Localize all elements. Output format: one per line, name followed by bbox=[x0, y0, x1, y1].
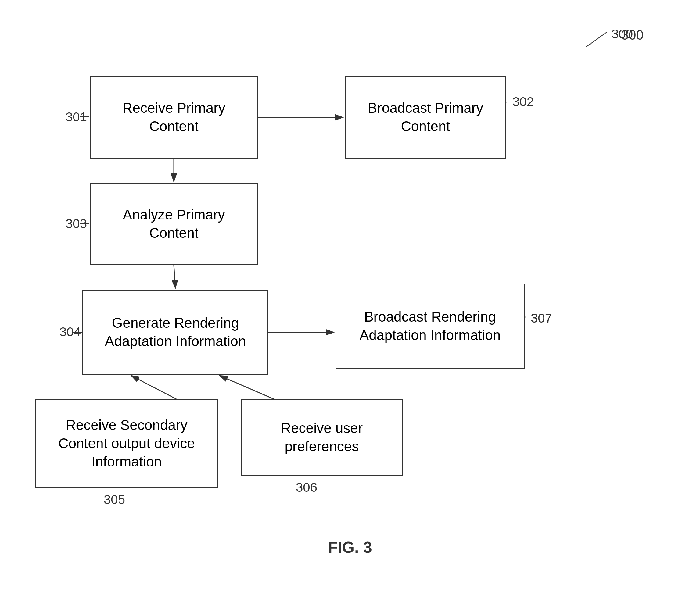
ref-306: 306 bbox=[296, 480, 317, 495]
box-receive-secondary-content: Receive Secondary Content output device … bbox=[35, 399, 218, 488]
box-broadcast-rendering-adaptation-label: Broadcast Rendering Adaptation Informati… bbox=[343, 308, 518, 344]
ref-302: 302 bbox=[512, 95, 534, 109]
box-analyze-primary-content: Analyze Primary Content bbox=[90, 183, 258, 265]
ref-305: 305 bbox=[104, 492, 125, 507]
box-analyze-primary-content-label: Analyze Primary Content bbox=[97, 206, 251, 242]
box-broadcast-primary-content: Broadcast Primary Content bbox=[345, 76, 506, 158]
box-receive-primary-content-label: Receive Primary Content bbox=[97, 99, 251, 136]
diagram-container: 300 Receive Primary Content 301 Broa bbox=[0, 0, 700, 596]
box-receive-user-preferences-label: Receive user preferences bbox=[248, 419, 396, 456]
arrow-305-304 bbox=[131, 375, 177, 399]
figure-label: FIG. 3 bbox=[0, 538, 700, 556]
ref-304: 304 bbox=[59, 325, 81, 339]
ref-301: 301 bbox=[66, 110, 87, 124]
box-receive-primary-content: Receive Primary Content bbox=[90, 76, 258, 158]
box-broadcast-rendering-adaptation: Broadcast Rendering Adaptation Informati… bbox=[335, 284, 525, 369]
box-generate-rendering-adaptation: Generate Rendering Adaptation Informatio… bbox=[82, 290, 268, 375]
box-broadcast-primary-content-label: Broadcast Primary Content bbox=[352, 99, 499, 136]
ref-303: 303 bbox=[66, 216, 87, 231]
box-receive-secondary-content-label: Receive Secondary Content output device … bbox=[42, 416, 211, 471]
ref-300-label: 300 bbox=[621, 27, 644, 43]
box-receive-user-preferences: Receive user preferences bbox=[241, 399, 403, 475]
ref-300-line bbox=[585, 32, 607, 47]
arrow-303-304 bbox=[174, 265, 175, 288]
box-generate-rendering-adaptation-label: Generate Rendering Adaptation Informatio… bbox=[90, 314, 261, 351]
arrow-306-304 bbox=[220, 375, 275, 399]
ref-307: 307 bbox=[531, 311, 552, 326]
